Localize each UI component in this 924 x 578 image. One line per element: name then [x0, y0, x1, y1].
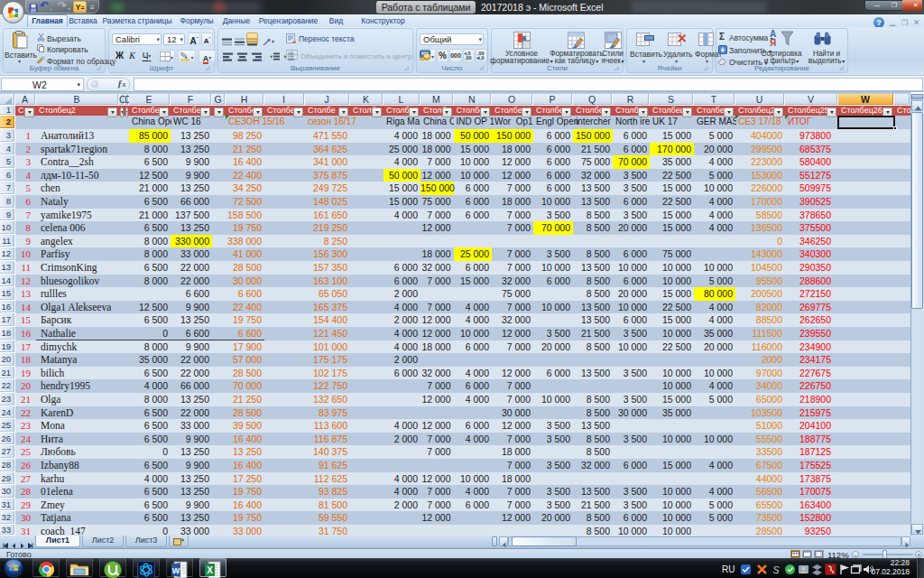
svg-text:W: W — [172, 565, 180, 574]
svg-text:X: X — [207, 565, 213, 575]
svg-text:S: S — [772, 564, 780, 575]
